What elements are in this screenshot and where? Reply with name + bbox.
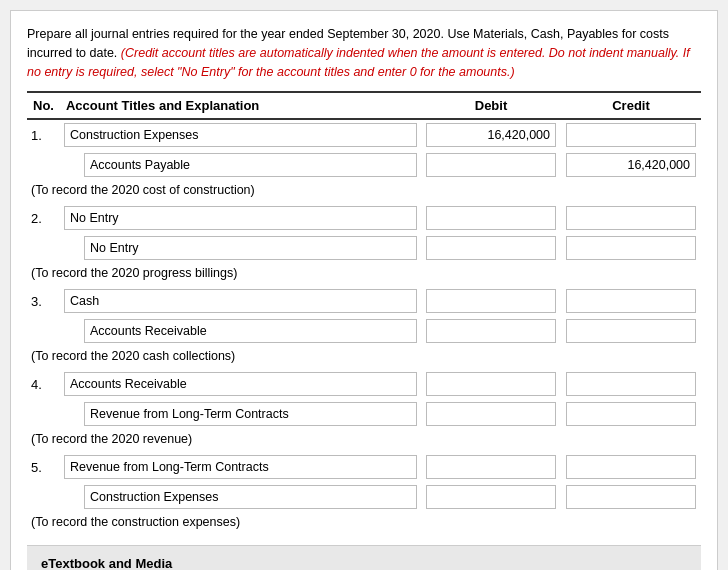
table-row: 3. [27, 286, 701, 316]
debit-input[interactable] [426, 485, 556, 509]
debit-input[interactable] [426, 402, 556, 426]
note-row: (To record the construction expenses) [27, 512, 701, 535]
debit-cell [421, 369, 561, 399]
table-row [27, 482, 701, 512]
debit-input[interactable] [426, 372, 556, 396]
credit-cell [561, 150, 701, 180]
credit-cell [561, 316, 701, 346]
entry-number [27, 316, 60, 346]
table-row: 2. [27, 203, 701, 233]
debit-cell [421, 119, 561, 150]
credit-cell [561, 119, 701, 150]
note-row: (To record the 2020 progress billings) [27, 263, 701, 286]
note-row: (To record the 2020 revenue) [27, 429, 701, 452]
table-row [27, 399, 701, 429]
credit-cell [561, 482, 701, 512]
entry-number: 2. [27, 203, 60, 233]
entry-number [27, 482, 60, 512]
entry-number [27, 150, 60, 180]
col-credit: Credit [561, 92, 701, 119]
table-row [27, 150, 701, 180]
debit-input[interactable] [426, 289, 556, 313]
credit-input[interactable] [566, 455, 696, 479]
credit-input[interactable] [566, 236, 696, 260]
entry-number: 3. [27, 286, 60, 316]
journal-table: No. Account Titles and Explanation Debit… [27, 91, 701, 535]
debit-cell [421, 316, 561, 346]
account-cell [60, 369, 421, 399]
account-title-input[interactable] [84, 153, 417, 177]
account-cell [60, 203, 421, 233]
account-cell [60, 150, 421, 180]
account-cell [60, 286, 421, 316]
note-row: (To record the 2020 cash collections) [27, 346, 701, 369]
account-cell [60, 399, 421, 429]
col-debit: Debit [421, 92, 561, 119]
credit-input[interactable] [566, 289, 696, 313]
table-row: 5. [27, 452, 701, 482]
entry-number: 4. [27, 369, 60, 399]
debit-cell [421, 482, 561, 512]
credit-cell [561, 233, 701, 263]
debit-cell [421, 150, 561, 180]
table-row: 1. [27, 119, 701, 150]
entry-number: 1. [27, 119, 60, 150]
account-title-input[interactable] [84, 236, 417, 260]
account-title-input[interactable] [84, 485, 417, 509]
account-title-input[interactable] [64, 372, 417, 396]
credit-input[interactable] [566, 123, 696, 147]
note-text: (To record the 2020 progress billings) [27, 263, 701, 286]
table-row [27, 316, 701, 346]
credit-cell [561, 399, 701, 429]
credit-input[interactable] [566, 319, 696, 343]
credit-cell [561, 203, 701, 233]
account-title-input[interactable] [64, 455, 417, 479]
table-row [27, 233, 701, 263]
col-no: No. [27, 92, 60, 119]
note-row: (To record the 2020 cost of construction… [27, 180, 701, 203]
credit-input[interactable] [566, 372, 696, 396]
debit-input[interactable] [426, 319, 556, 343]
debit-cell [421, 233, 561, 263]
account-cell [60, 452, 421, 482]
note-text: (To record the 2020 cost of construction… [27, 180, 701, 203]
debit-cell [421, 399, 561, 429]
account-title-input[interactable] [64, 289, 417, 313]
debit-input[interactable] [426, 455, 556, 479]
account-cell [60, 233, 421, 263]
debit-input[interactable] [426, 123, 556, 147]
debit-input[interactable] [426, 236, 556, 260]
note-text: (To record the 2020 cash collections) [27, 346, 701, 369]
debit-cell [421, 452, 561, 482]
entry-number [27, 399, 60, 429]
credit-input[interactable] [566, 485, 696, 509]
debit-input[interactable] [426, 206, 556, 230]
account-title-input[interactable] [64, 123, 417, 147]
credit-input[interactable] [566, 402, 696, 426]
debit-cell [421, 286, 561, 316]
col-account: Account Titles and Explanation [60, 92, 421, 119]
entry-number [27, 233, 60, 263]
etextbook-label: eTextbook and Media [41, 556, 172, 570]
credit-cell [561, 369, 701, 399]
account-title-input[interactable] [84, 319, 417, 343]
account-title-input[interactable] [84, 402, 417, 426]
main-container: Prepare all journal entries required for… [10, 10, 718, 570]
credit-cell [561, 452, 701, 482]
account-cell [60, 316, 421, 346]
credit-input[interactable] [566, 153, 696, 177]
credit-input[interactable] [566, 206, 696, 230]
debit-input[interactable] [426, 153, 556, 177]
credit-cell [561, 286, 701, 316]
account-title-input[interactable] [64, 206, 417, 230]
note-text: (To record the 2020 revenue) [27, 429, 701, 452]
instructions-line2: (Credit account titles are automatically… [27, 46, 690, 79]
entry-number: 5. [27, 452, 60, 482]
account-cell [60, 482, 421, 512]
table-row: 4. [27, 369, 701, 399]
debit-cell [421, 203, 561, 233]
note-text: (To record the construction expenses) [27, 512, 701, 535]
account-cell [60, 119, 421, 150]
etextbook-bar: eTextbook and Media [27, 545, 701, 570]
instructions-block: Prepare all journal entries required for… [27, 25, 701, 81]
